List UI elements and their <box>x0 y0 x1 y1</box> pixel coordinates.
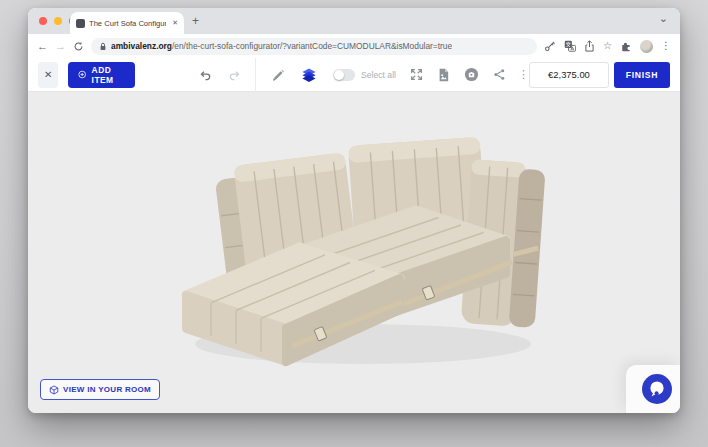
forward-button[interactable]: → <box>55 41 66 52</box>
url-text: ambivalenz.org/en/the-curt-sofa-configur… <box>111 41 452 51</box>
finish-button[interactable]: FINISH <box>614 62 670 88</box>
select-all-label: Select all <box>361 70 396 80</box>
configurator-toolbar: ✕ ADD ITEM Select all <box>28 58 680 92</box>
password-key-icon[interactable] <box>544 40 556 52</box>
layers-button[interactable] <box>301 67 317 83</box>
extensions-puzzle-icon[interactable] <box>620 40 632 52</box>
add-item-label: ADD ITEM <box>92 65 126 85</box>
fullscreen-expand-button[interactable] <box>410 68 423 81</box>
browser-menu-icon[interactable]: ⋮ <box>661 41 671 51</box>
chevron-down-icon[interactable]: ⌄ <box>659 12 668 25</box>
toolbar-divider <box>255 58 256 92</box>
tab-strip: The Curt Sofa Configurator - C ✕ + ⌄ <box>28 8 680 34</box>
view-in-room-label: VIEW IN YOUR ROOM <box>63 385 151 394</box>
url-path: /en/the-curt-sofa-configurator/?variantC… <box>172 41 452 51</box>
undo-button[interactable] <box>199 68 213 82</box>
edit-pencil-button[interactable] <box>270 67 285 82</box>
more-options-icon[interactable]: ⋮ <box>518 68 529 81</box>
translate-icon[interactable] <box>564 40 576 52</box>
toggle-knob <box>334 70 344 80</box>
new-tab-button[interactable]: + <box>192 14 199 28</box>
view-in-room-button[interactable]: VIEW IN YOUR ROOM <box>40 379 160 400</box>
camera-snapshot-button[interactable] <box>464 67 479 82</box>
chat-bubble-button[interactable] <box>641 373 673 405</box>
configurator-canvas[interactable]: VIEW IN YOUR ROOM <box>28 92 680 413</box>
url-field[interactable]: ambivalenz.org/en/the-curt-sofa-configur… <box>91 38 537 55</box>
ar-cube-icon <box>49 385 59 395</box>
desktop-background: The Curt Sofa Configurator - C ✕ + ⌄ ← →… <box>0 0 708 447</box>
minimize-window-button[interactable] <box>54 17 62 25</box>
address-bar: ← → ambivalenz.org/en/the-curt-sofa-conf… <box>28 34 680 58</box>
profile-avatar[interactable] <box>640 40 653 53</box>
padlock-icon <box>99 42 107 51</box>
add-item-button[interactable]: ADD ITEM <box>68 62 135 88</box>
redo-button[interactable] <box>227 68 241 82</box>
tab-favicon <box>76 19 85 28</box>
back-button[interactable]: ← <box>37 41 48 52</box>
reload-button[interactable] <box>73 41 84 52</box>
address-bar-actions: ☆ ⋮ <box>544 40 671 53</box>
tab-close-icon[interactable]: ✕ <box>170 19 178 27</box>
browser-window: The Curt Sofa Configurator - C ✕ + ⌄ ← →… <box>28 8 680 413</box>
url-domain: ambivalenz.org <box>111 41 172 51</box>
share-button[interactable] <box>493 68 506 81</box>
export-file-icon[interactable] <box>437 68 450 82</box>
plus-circle-icon <box>78 69 86 80</box>
select-all-toggle[interactable] <box>333 69 355 81</box>
price-display: €2,375.00 <box>529 62 609 88</box>
tab-title: The Curt Sofa Configurator - C <box>89 19 166 28</box>
share-upload-icon[interactable] <box>584 40 595 52</box>
close-configurator-button[interactable]: ✕ <box>38 62 58 88</box>
close-window-button[interactable] <box>39 17 47 25</box>
bookmark-star-icon[interactable]: ☆ <box>603 41 612 51</box>
browser-tab[interactable]: The Curt Sofa Configurator - C ✕ <box>70 12 184 34</box>
sofa-3d-render[interactable] <box>178 132 550 372</box>
